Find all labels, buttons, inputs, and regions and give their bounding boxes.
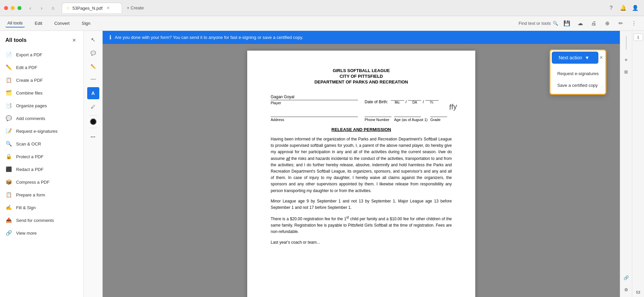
- tab-close-icon[interactable]: ×: [107, 5, 110, 11]
- print-icon[interactable]: 🖨: [589, 19, 598, 28]
- dob-yr-label: Yr.: [430, 101, 434, 104]
- sidebar-item-view-more[interactable]: 🔗 View more: [0, 227, 84, 239]
- toolbar-separator: [89, 115, 97, 116]
- link-icon[interactable]: 🔗: [622, 273, 631, 282]
- dob-slash-1: /: [406, 100, 407, 104]
- profile-icon[interactable]: 👤: [631, 3, 640, 13]
- sidebar-item-label: Create a PDF: [16, 78, 43, 83]
- sidebar-close-button[interactable]: ×: [70, 36, 78, 44]
- sidebar-item-send-comments[interactable]: 📤 Send for comments: [0, 214, 84, 227]
- combine-files-icon: 🗂️: [5, 90, 12, 96]
- zoom-icon[interactable]: ⊕: [602, 19, 612, 28]
- tab-bar: ☆ 53Pages_N.pdf × + Create: [62, 3, 602, 13]
- sidebar-item-label: Scan & OCR: [16, 141, 41, 146]
- sidebar-item-label: View more: [16, 231, 37, 236]
- sidebar-item-fill-sign[interactable]: ✍️ Fill & Sign: [0, 201, 84, 214]
- close-window-btn[interactable]: [4, 6, 8, 10]
- ocr-tool-button[interactable]: A: [87, 87, 99, 99]
- new-tab-button[interactable]: + Create: [123, 3, 147, 12]
- stamp-tool-button[interactable]: 🖊: [87, 101, 99, 113]
- menu-item-all-tools[interactable]: All tools: [5, 19, 25, 27]
- active-tab[interactable]: ☆ 53Pages_N.pdf ×: [62, 3, 122, 13]
- address-field: Address: [271, 110, 358, 122]
- notification-icon[interactable]: 🔔: [619, 3, 628, 13]
- compress-pdf-icon: 📦: [5, 179, 12, 185]
- phone-line: [365, 110, 391, 117]
- color-picker[interactable]: [90, 118, 97, 125]
- app-bar-right: Find text or tools 🔍 💾 ☁ 🖨 ⊕ ✏ ⋮: [519, 19, 639, 28]
- right-panel-icon-2[interactable]: ⊞: [622, 67, 631, 76]
- sidebar-item-request-esignatures[interactable]: 📝 Request e-signatures: [0, 125, 84, 137]
- sidebar-item-create-pdf[interactable]: 📋 Create a PDF: [0, 74, 84, 86]
- sidebar-item-label: Prepare a form: [16, 192, 45, 197]
- prepare-form-icon: 📋: [5, 191, 12, 198]
- total-page-count: 53: [636, 290, 640, 294]
- sidebar-item-label: Export a PDF: [16, 52, 42, 57]
- upload-icon[interactable]: ☁: [576, 19, 585, 28]
- sidebar-item-scan-ocr[interactable]: 🔍 Scan & OCR: [0, 137, 84, 150]
- back-button[interactable]: ‹: [25, 3, 35, 13]
- sidebar-item-protect-pdf[interactable]: 🔒 Protect a PDF: [0, 150, 84, 163]
- menu-item-edit[interactable]: Edit: [33, 19, 44, 27]
- create-pdf-icon: 📋: [5, 77, 12, 83]
- request-esignatures-option[interactable]: Request e-signatures: [552, 68, 604, 79]
- new-tab-plus-icon: +: [127, 5, 129, 10]
- pen-icon[interactable]: ✏: [616, 19, 625, 28]
- sidebar-item-edit-pdf[interactable]: ✏️ Edit a PDF: [0, 61, 84, 74]
- next-action-button[interactable]: Next action ▼: [552, 52, 598, 64]
- player-name-value: Gagan Goyal: [271, 95, 358, 100]
- page-counter: 1 53: [632, 31, 644, 297]
- dob-mo: Mo.: [391, 95, 404, 104]
- sidebar-item-label: Protect a PDF: [16, 154, 44, 159]
- address-line: [271, 110, 358, 117]
- browser-chrome: ‹ › ⌂ ☆ 53Pages_N.pdf × + Create ? 🔔 👤: [0, 0, 644, 16]
- ellipsis-icon: •••: [91, 135, 96, 139]
- next-action-dropdown-menu: Request e-signatures Save a certified co…: [552, 66, 604, 93]
- sidebar-item-export-pdf[interactable]: 📄 Export a PDF: [0, 48, 84, 61]
- sidebar-item-redact-pdf[interactable]: ⬛ Redact a PDF: [0, 163, 84, 176]
- sidebar-item-organize-pages[interactable]: 📑 Organize pages: [0, 99, 84, 112]
- maximize-window-btn[interactable]: [17, 6, 21, 10]
- select-tool-button[interactable]: ↖: [87, 34, 99, 46]
- pdf-body-3: There is a $20.00 registration fee for t…: [271, 215, 452, 235]
- find-text-button[interactable]: Find text or tools 🔍: [519, 21, 558, 26]
- forward-button[interactable]: ›: [37, 3, 46, 13]
- grade-label: Grade: [430, 118, 447, 122]
- dob-da: DA: [408, 95, 421, 104]
- window-controls: [4, 6, 21, 10]
- sidebar-item-label: Edit a PDF: [16, 65, 37, 70]
- redact-pdf-icon: ⬛: [5, 166, 12, 173]
- help-icon[interactable]: ?: [606, 3, 616, 13]
- sidebar-item-compress-pdf[interactable]: 📦 Compress a PDF: [0, 176, 84, 188]
- age-line: [394, 110, 421, 117]
- sidebar-item-combine-files[interactable]: 🗂️ Combine files: [0, 86, 84, 99]
- save-certified-copy-option[interactable]: Save a certified copy: [552, 79, 604, 91]
- dob-da-label: DA: [412, 101, 417, 104]
- sidebar-item-add-comments[interactable]: 💬 Add comments: [0, 112, 84, 125]
- dob-label: Date of Birth:: [365, 100, 388, 104]
- sidebar-item-prepare-form[interactable]: 📋 Prepare a form: [0, 188, 84, 201]
- age-label: Age (as of August 1): [394, 118, 428, 122]
- more-icon[interactable]: ⋮: [629, 19, 639, 28]
- sidebar-item-label: Combine files: [16, 91, 43, 96]
- pdf-header-line-2: CITY OF PITTSFIELD: [271, 74, 452, 79]
- more-tools-button[interactable]: •••: [87, 131, 99, 143]
- next-action-close-button[interactable]: ×: [598, 55, 604, 61]
- age-field: Age (as of August 1): [394, 110, 428, 122]
- home-button[interactable]: ⌂: [48, 3, 58, 13]
- right-panel-icon-1[interactable]: ≡: [622, 55, 631, 64]
- minimize-window-btn[interactable]: [11, 6, 15, 10]
- menu-item-convert[interactable]: Convert: [52, 19, 72, 27]
- sidebar-item-label: Send for comments: [16, 218, 54, 223]
- settings-icon[interactable]: ⚙: [622, 285, 631, 294]
- menu-item-sign[interactable]: Sign: [79, 19, 92, 27]
- save-icon[interactable]: 💾: [562, 19, 572, 28]
- browser-actions: ? 🔔 👤: [606, 3, 640, 13]
- draw-tool-button[interactable]: ✏️: [87, 60, 99, 72]
- address-label: Address: [271, 118, 358, 122]
- new-tab-label: Create: [131, 5, 144, 10]
- sidebar-item-label: Organize pages: [16, 103, 47, 108]
- next-action-header: Next action ▼ ×: [552, 52, 604, 64]
- highlight-tool-button[interactable]: 〰: [87, 74, 99, 86]
- comment-tool-button[interactable]: 💬: [87, 47, 99, 59]
